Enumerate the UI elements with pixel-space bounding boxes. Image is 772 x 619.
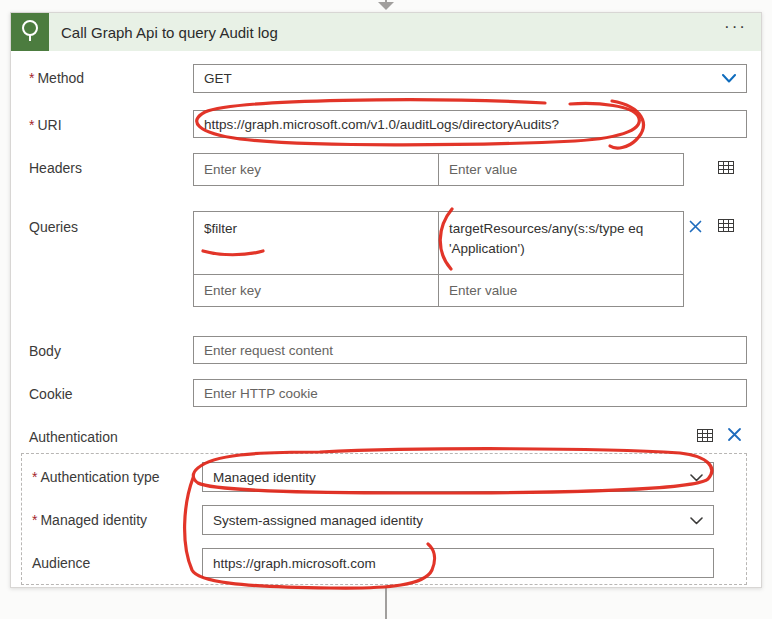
- authentication-type-value: Managed identity: [213, 470, 316, 485]
- method-value: GET: [204, 71, 232, 86]
- flow-connector-line: [385, 588, 387, 619]
- required-asterisk: *: [32, 512, 37, 528]
- required-asterisk: *: [32, 469, 37, 485]
- required-asterisk: *: [29, 117, 34, 133]
- managed-identity-label: *Managed identity: [32, 512, 147, 528]
- cookie-input[interactable]: [193, 379, 747, 407]
- cookie-label: Cookie: [29, 386, 73, 402]
- headers-key-input[interactable]: [193, 153, 439, 186]
- queries-key-input[interactable]: $filter: [193, 211, 439, 275]
- http-connector-icon: [11, 13, 49, 51]
- audience-label: Audience: [32, 555, 90, 571]
- chevron-down-icon: [690, 513, 703, 528]
- managed-identity-dropdown[interactable]: System-assigned managed identity: [202, 505, 714, 535]
- flow-connector-arrow: [376, 0, 396, 10]
- method-dropdown[interactable]: GET: [193, 64, 747, 93]
- headers-value-input[interactable]: [438, 153, 684, 186]
- audience-input[interactable]: [202, 548, 714, 578]
- chevron-down-icon: [722, 71, 736, 86]
- queries-switch-to-text-icon[interactable]: [718, 219, 734, 232]
- action-title: Call Graph Api to query Audit log: [61, 24, 278, 41]
- authentication-delete-icon[interactable]: [727, 427, 742, 442]
- body-label: Body: [29, 343, 61, 359]
- body-input[interactable]: [193, 336, 747, 364]
- authentication-group: *Authentication type Managed identity *M…: [21, 453, 747, 585]
- queries-value-input[interactable]: targetResources/any(s:s/type eq 'Applica…: [438, 211, 684, 275]
- authentication-type-label: *Authentication type: [32, 469, 160, 485]
- headers-label: Headers: [29, 160, 82, 176]
- authentication-switch-to-text-icon[interactable]: [697, 429, 713, 442]
- headers-switch-to-text-icon[interactable]: [718, 161, 734, 174]
- method-label: *Method: [29, 70, 84, 86]
- uri-label: *URI: [29, 117, 62, 133]
- more-actions-button[interactable]: ···: [724, 17, 747, 37]
- action-card: Call Graph Api to query Audit log ··· *M…: [10, 12, 762, 588]
- required-asterisk: *: [29, 70, 34, 86]
- queries-value-input-empty[interactable]: [438, 274, 684, 307]
- action-card-header[interactable]: Call Graph Api to query Audit log ···: [11, 13, 761, 51]
- managed-identity-value: System-assigned managed identity: [213, 513, 423, 528]
- queries-delete-icon[interactable]: [689, 220, 702, 233]
- queries-key-input-empty[interactable]: [193, 274, 439, 307]
- authentication-type-dropdown[interactable]: Managed identity: [202, 462, 714, 492]
- queries-label: Queries: [29, 219, 78, 235]
- uri-input[interactable]: [193, 110, 747, 138]
- authentication-label: Authentication: [29, 429, 118, 445]
- chevron-down-icon: [690, 470, 703, 485]
